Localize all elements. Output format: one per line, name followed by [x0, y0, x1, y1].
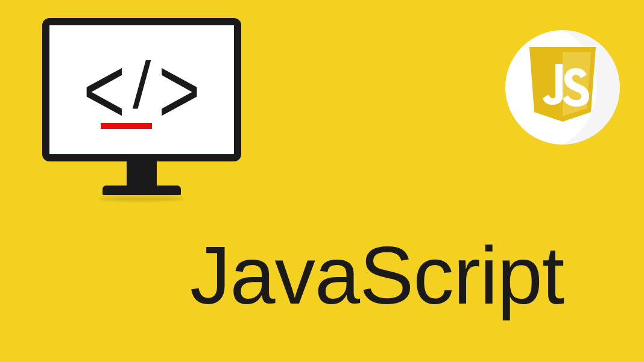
greater-than-glyph: >	[158, 43, 200, 137]
code-brackets-icon: < / >	[83, 54, 201, 126]
monitor-base	[103, 186, 181, 195]
cursor-underscore-icon	[101, 123, 152, 129]
javascript-logo-badge	[505, 30, 620, 145]
monitor-neck	[127, 161, 157, 186]
page-title: JavaScript	[190, 229, 564, 322]
monitor-frame: < / >	[42, 18, 241, 161]
monitor-illustration: < / >	[42, 18, 241, 201]
slash-glyph: /	[133, 52, 151, 118]
js-shield-icon	[505, 30, 620, 145]
monitor-screen: < / >	[49, 25, 234, 154]
monitor-shadow	[99, 196, 184, 201]
